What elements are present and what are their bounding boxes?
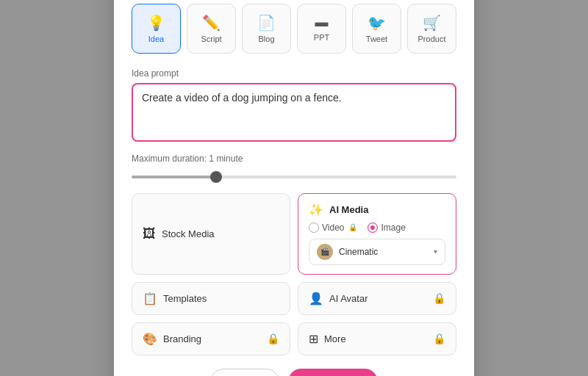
ai-media-icon: ✨ <box>309 203 323 217</box>
tab-ppt-label: PPT <box>314 33 329 42</box>
more-icon: ⊞ <box>309 332 318 346</box>
duration-label: Maximum duration: 1 minute <box>132 153 456 164</box>
more-label: More <box>324 333 346 344</box>
tab-blog-label: Blog <box>258 35 274 43</box>
style-label: Cinematic <box>339 247 378 257</box>
tab-product-label: Product <box>418 35 446 43</box>
style-avatar: 🎬 <box>317 244 333 260</box>
ppt-icon: ▬ <box>315 15 329 30</box>
blog-icon: 📄 <box>257 14 276 32</box>
script-icon: ✏️ <box>202 14 220 32</box>
media-grid: 🖼 Stock Media ✨ AI Media Video 🔒 <box>132 193 456 275</box>
tab-idea-label: Idea <box>148 35 164 43</box>
product-icon: 🛒 <box>423 14 441 32</box>
style-dropdown[interactable]: 🎬 Cinematic ▾ <box>309 239 445 265</box>
templates-label: Templates <box>163 293 207 304</box>
lock-video-icon: 🔒 <box>348 223 357 231</box>
tab-blog[interactable]: 📄 Blog <box>242 4 291 54</box>
radio-image-label: Image <box>381 223 405 233</box>
idea-prompt-label: Idea prompt <box>132 68 456 79</box>
ai-media-header: ✨ AI Media <box>309 203 445 217</box>
duration-slider-container <box>132 168 456 181</box>
tab-row: 💡 Idea ✏️ Script 📄 Blog ▬ PPT 🐦 Tweet 🛒 … <box>132 4 456 54</box>
radio-video-circle <box>309 223 319 233</box>
radio-video-label: Video <box>322 223 344 233</box>
ai-avatar-lock-icon: 🔒 <box>433 292 445 304</box>
tab-product[interactable]: 🛒 Product <box>407 4 456 54</box>
chevron-down-icon: ▾ <box>434 247 437 256</box>
radio-video[interactable]: Video 🔒 <box>309 223 357 233</box>
tab-tweet-label: Tweet <box>366 35 387 43</box>
branding-lock-icon: 🔒 <box>267 333 279 344</box>
action-grid: 📋 Templates 👤 AI Avatar 🔒 🎨 Branding 🔒 ⊞… <box>132 282 456 355</box>
ai-avatar-label: AI Avatar <box>329 293 368 304</box>
idea-prompt-input[interactable] <box>132 83 456 142</box>
more-card[interactable]: ⊞ More 🔒 <box>298 322 456 355</box>
footer-row: Close ✓ Submit <box>132 369 456 377</box>
templates-card[interactable]: 📋 Templates <box>132 282 290 315</box>
tab-idea[interactable]: 💡 Idea <box>132 4 181 54</box>
duration-slider[interactable] <box>132 176 456 178</box>
idea-icon: 💡 <box>147 14 165 32</box>
stock-media-icon: 🖼 <box>143 226 156 242</box>
tweet-icon: 🐦 <box>368 14 386 32</box>
stock-media-card[interactable]: 🖼 Stock Media <box>132 193 290 275</box>
tab-ppt[interactable]: ▬ PPT <box>297 4 346 54</box>
magic-create-modal: Magic Create 💡 Idea ✏️ Script 📄 Blog ▬ P… <box>114 0 474 376</box>
ai-media-label: AI Media <box>329 204 368 215</box>
branding-icon: 🎨 <box>143 332 157 346</box>
ai-media-inner: ✨ AI Media Video 🔒 Image 🎬 <box>309 203 445 265</box>
tab-script-label: Script <box>201 35 221 43</box>
ai-avatar-icon: 👤 <box>309 292 323 306</box>
branding-label: Branding <box>163 333 201 344</box>
ai-media-card[interactable]: ✨ AI Media Video 🔒 Image 🎬 <box>298 193 456 275</box>
radio-image-circle <box>368 223 378 233</box>
ai-avatar-card[interactable]: 👤 AI Avatar 🔒 <box>298 282 456 315</box>
tab-script[interactable]: ✏️ Script <box>187 4 236 54</box>
radio-image[interactable]: Image <box>368 223 405 233</box>
tab-tweet[interactable]: 🐦 Tweet <box>352 4 401 54</box>
templates-icon: 📋 <box>143 292 157 306</box>
stock-media-label: Stock Media <box>162 228 215 239</box>
close-button[interactable]: Close <box>210 369 279 377</box>
more-lock-icon: 🔒 <box>433 333 445 344</box>
branding-card[interactable]: 🎨 Branding 🔒 <box>132 322 290 355</box>
ai-media-radio-row: Video 🔒 Image <box>309 223 445 233</box>
submit-button[interactable]: ✓ Submit <box>288 369 377 377</box>
